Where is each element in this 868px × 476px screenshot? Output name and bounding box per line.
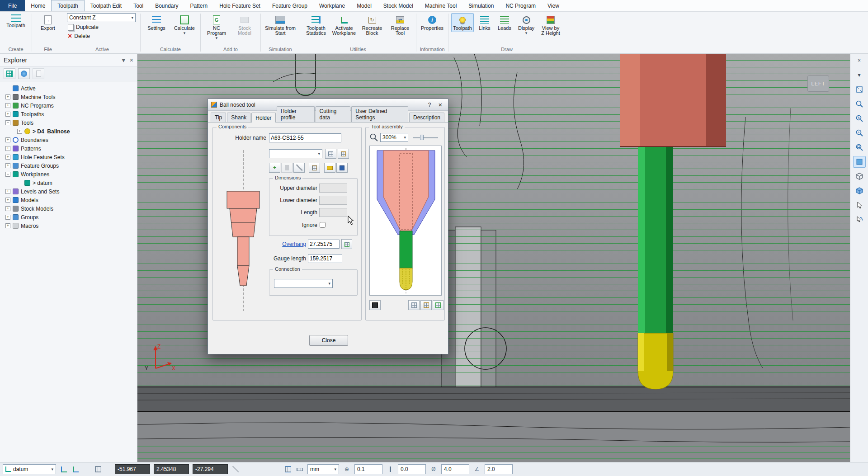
tree-item-levels-and-sets[interactable]: +Levels and Sets (2, 187, 135, 196)
tree-item-feature-groups[interactable]: +Feature Groups (2, 161, 135, 170)
connection-combo[interactable]: ▾ (274, 279, 333, 288)
active-toolpath-combo[interactable]: Constant Z▾ (67, 13, 136, 22)
tab-cutting-data[interactable]: Cutting data (316, 106, 351, 122)
close-icon[interactable]: × (130, 57, 133, 64)
tab-user-defined-settings[interactable]: User Defined Settings (351, 106, 408, 122)
expander-icon[interactable]: + (17, 129, 22, 134)
tab-machine-tool[interactable]: Machine Tool (419, 0, 463, 11)
ball-nosed-tool-dialog[interactable]: Ball nosed tool ? × Tip Shank Holder Hol… (208, 99, 448, 354)
draw-links-button[interactable]: Links (476, 13, 494, 32)
tab-feature-group[interactable]: Feature Group (266, 0, 313, 11)
expander-icon[interactable]: + (5, 112, 10, 117)
add-component-button[interactable]: + (269, 163, 280, 173)
assembly-zoom-combo[interactable]: 300%▾ (380, 133, 408, 142)
tab-file[interactable]: File (0, 0, 25, 11)
simulate-from-start-button[interactable]: Simulate from Start (264, 13, 297, 37)
close-icon[interactable]: × (853, 55, 866, 66)
tab-nc-program[interactable]: NC Program (500, 0, 542, 11)
thickness-field[interactable]: 0.0 (398, 464, 426, 474)
tab-pattern[interactable]: Pattern (184, 0, 214, 11)
dialog-close-button[interactable]: × (436, 101, 445, 109)
workplane-edit-icon[interactable] (60, 465, 68, 473)
recreate-block-button[interactable]: ↻ Recreate Block (359, 13, 385, 37)
expander-icon[interactable]: + (5, 94, 10, 99)
tab-holder[interactable]: Holder (251, 113, 275, 123)
draw-toolpath-button[interactable]: Toolpath (451, 13, 474, 32)
expander-icon[interactable]: + (5, 137, 10, 142)
expander-icon[interactable]: + (5, 206, 10, 211)
properties-button[interactable]: i Properties (419, 13, 445, 32)
tree-item-patterns[interactable]: +Patterns (2, 144, 135, 153)
tree-item-toolpaths[interactable]: +Toolpaths (2, 110, 135, 118)
tab-simulation[interactable]: Simulation (462, 0, 500, 11)
tree-item-active[interactable]: Active (2, 84, 135, 93)
view-by-z-height-button[interactable]: View by Z Height (539, 13, 562, 37)
zoom-previous-icon[interactable]: ↻ (853, 113, 866, 124)
tab-holder-profile[interactable]: Holder profile (277, 106, 315, 122)
tab-view[interactable]: View (542, 0, 565, 11)
viewport-3d[interactable]: LEFT Z Y X Ball nosed tool ? × Tip Shank (137, 54, 850, 462)
tree-view-icon[interactable] (4, 68, 15, 79)
settings-button[interactable]: Settings (143, 13, 170, 32)
tab-workplane[interactable]: Workplane (313, 0, 351, 11)
tab-description[interactable]: Description (409, 113, 444, 122)
expander-icon[interactable]: + (5, 198, 10, 203)
zoom-fit-icon[interactable] (853, 84, 866, 95)
overhang-input[interactable] (308, 240, 340, 249)
tree-item-datum[interactable]: > datum (2, 179, 135, 187)
active-workplane-combo[interactable]: datum ▾ (3, 464, 56, 474)
expander-icon[interactable]: + (5, 163, 10, 168)
duplicate-button[interactable]: Duplicate (67, 23, 137, 31)
tab-hole-feature-set[interactable]: Hole Feature Set (213, 0, 266, 11)
tree-item-tools[interactable]: −Tools (2, 118, 135, 127)
activate-workplane-button[interactable]: Activate Workplane (331, 13, 357, 37)
wizard-up-button[interactable] (325, 149, 336, 159)
wizard-down-button[interactable] (338, 149, 349, 159)
workplane-align-icon[interactable] (71, 465, 80, 473)
nc-program-button[interactable]: G NC Program ▾ (203, 13, 230, 41)
expander-icon[interactable]: + (5, 223, 10, 228)
stock-model-button[interactable]: Stock Model (231, 13, 258, 37)
tree-item-boundaries[interactable]: +Boundaries (2, 136, 135, 144)
database-button[interactable] (309, 163, 320, 173)
display-button[interactable]: Display ▾ (515, 13, 537, 36)
tab-shank[interactable]: Shank (227, 113, 250, 122)
toolpath-statistics-button[interactable]: Toolpath Statistics (303, 13, 329, 37)
calculate-button[interactable]: Calculate ▾ (171, 13, 198, 36)
gauge-length-input[interactable] (308, 254, 342, 263)
help-button[interactable]: ? (425, 101, 434, 109)
tree-item-workplanes[interactable]: −Workplanes (2, 170, 135, 179)
replace-tool-button[interactable]: ⇄ Replace Tool (387, 13, 413, 37)
expander-icon[interactable]: + (5, 189, 10, 194)
tree-item-macros[interactable]: +Macros (2, 222, 135, 230)
lower-diameter-input[interactable] (319, 196, 347, 205)
tab-tip[interactable]: Tip (211, 113, 226, 122)
expander-icon[interactable]: + (5, 155, 10, 160)
tab-model[interactable]: Model (351, 0, 377, 11)
tree-item-models[interactable]: +Models (2, 196, 135, 204)
select-cursor-icon[interactable] (853, 199, 866, 211)
close-button[interactable]: Close (309, 335, 348, 346)
collapse-icon[interactable]: ▾ (853, 69, 866, 81)
expander-icon[interactable]: − (5, 172, 10, 177)
zoom-in-icon[interactable]: + (853, 127, 866, 139)
tool-diameter-field[interactable]: 4.0 (441, 464, 469, 474)
tip-radius-field[interactable]: 2.0 (485, 464, 513, 474)
expander-icon[interactable]: + (5, 146, 10, 151)
block-view-icon[interactable] (853, 185, 866, 197)
tolerance-field[interactable]: 0.1 (354, 464, 382, 474)
wireframe-view-button[interactable] (420, 300, 432, 310)
snap-icon[interactable] (284, 465, 292, 473)
grid-icon[interactable] (94, 465, 102, 473)
tab-tool[interactable]: Tool (127, 0, 149, 11)
overhang-link[interactable]: Overhang (265, 241, 306, 247)
shaded-view-toggle-icon[interactable] (853, 156, 866, 168)
tab-home[interactable]: Home (25, 0, 51, 11)
pin-icon[interactable]: ▾ (122, 57, 125, 64)
tree-item-nc-programs[interactable]: +NC Programs (2, 101, 135, 110)
tree-item-stock-models[interactable]: +Stock Models (2, 204, 135, 213)
measure-icon[interactable] (296, 465, 304, 473)
tab-toolpath[interactable]: Toolpath (51, 0, 84, 11)
export-button[interactable]: → Export (35, 13, 61, 32)
zoom-search-icon[interactable] (853, 98, 866, 110)
